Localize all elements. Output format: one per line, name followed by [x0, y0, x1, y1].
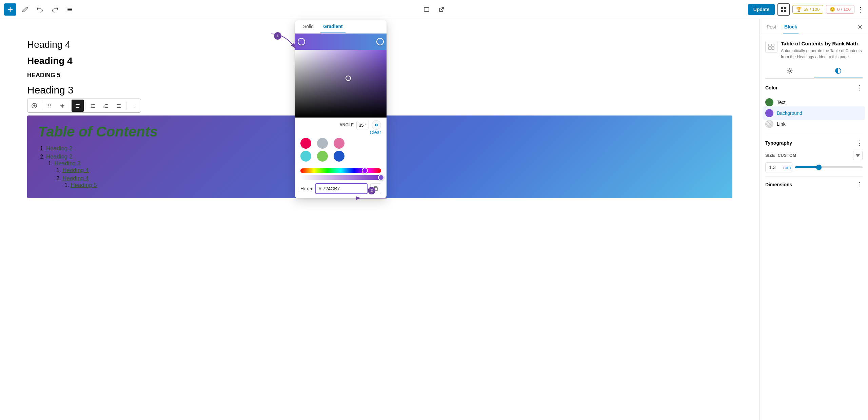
angle-input-box[interactable]: 35 ° [356, 121, 369, 129]
svg-rect-15 [76, 104, 80, 105]
toc-link[interactable]: Heading 4 [62, 167, 89, 173]
external-link-button[interactable] [435, 3, 448, 16]
angle-indicator [375, 124, 378, 126]
toolbar-center-align-button[interactable] [113, 100, 125, 112]
toolbar-more-button[interactable]: ⋮ [128, 100, 140, 112]
undo-button[interactable] [34, 3, 46, 16]
saturation-handle[interactable] [346, 76, 351, 81]
background-color-label: Background [777, 110, 802, 116]
svg-text:3.: 3. [103, 106, 105, 108]
sidebar-tabs: Post Block ✕ [760, 19, 868, 35]
list-view-button[interactable] [64, 3, 76, 16]
list-item: Heading 4 Heading 5 [62, 175, 722, 189]
alpha-slider[interactable] [300, 175, 381, 180]
hex-input-box: # [315, 183, 368, 194]
sidebar-close-button[interactable]: ✕ [857, 23, 863, 31]
swatch-pink[interactable] [334, 138, 344, 149]
swatch-blue[interactable] [334, 151, 344, 162]
svg-rect-21 [92, 106, 95, 106]
hex-input[interactable] [323, 186, 350, 191]
toolbar-divider-2 [70, 102, 70, 110]
redo-button[interactable] [49, 3, 61, 16]
update-button[interactable]: Update [748, 4, 775, 15]
topbar: Update 🏆 59 / 100 😊 0 / 100 ⋮ [0, 0, 868, 19]
swatch-gray[interactable] [317, 138, 328, 149]
settings-tabs [765, 64, 863, 79]
plugin-desc: Automatically generate the Table of Cont… [781, 48, 863, 60]
tab-block[interactable]: Block [783, 20, 798, 34]
gradient-handle-right[interactable] [376, 38, 384, 45]
svg-rect-6 [781, 10, 783, 12]
size-slider-handle[interactable] [816, 165, 822, 170]
angle-circle-button[interactable] [372, 120, 381, 130]
toolbar-ordered-list-button[interactable]: 1.2.3. [100, 100, 112, 112]
tab-post[interactable]: Post [765, 20, 777, 34]
plugin-header: Table of Contents by Rank Math Automatic… [765, 41, 863, 60]
link-color-dot [765, 120, 773, 128]
gradient-handle-left[interactable] [298, 38, 305, 45]
size-slider-track[interactable] [795, 166, 863, 168]
cp-tab-solid[interactable]: Solid [300, 20, 316, 33]
toolbar-move-button[interactable] [56, 100, 68, 112]
topbar-right: Update 🏆 59 / 100 😊 0 / 100 ⋮ [450, 3, 864, 16]
cp-clear-button[interactable]: Clear [370, 130, 381, 135]
toc-link[interactable]: Heading 4 [62, 175, 89, 182]
svg-rect-2 [67, 10, 72, 11]
seo-score-badge[interactable]: 🏆 59 / 100 [792, 5, 823, 14]
angle-label: ANGLE [339, 123, 354, 127]
add-block-button[interactable] [4, 3, 16, 16]
toc-link[interactable]: Heading 3 [54, 160, 81, 167]
settings-tab-gear[interactable] [765, 64, 814, 78]
hue-handle[interactable] [362, 168, 368, 174]
settings-tab-contrast[interactable] [814, 64, 863, 78]
cp-tab-gradient[interactable]: Gradient [320, 20, 346, 33]
typography-section-menu[interactable]: ⋮ [856, 139, 863, 147]
alpha-handle[interactable] [378, 174, 384, 181]
cp-clear-row: Clear [295, 130, 387, 138]
size-input[interactable] [769, 165, 781, 170]
hex-format-selector[interactable]: Hex ▾ [300, 186, 313, 191]
preview-button[interactable] [420, 3, 433, 16]
readability-score-badge[interactable]: 😊 0 / 100 [826, 5, 854, 14]
color-row-link[interactable]: Link [765, 117, 863, 131]
toolbar-transform-button[interactable] [28, 100, 40, 112]
svg-rect-0 [67, 8, 72, 8]
toc-link[interactable]: Heading 5 [71, 182, 97, 188]
svg-point-22 [91, 107, 92, 108]
svg-rect-3 [424, 7, 429, 12]
typography-section-header: Typography ⋮ [765, 139, 863, 147]
toolbar-list-button[interactable] [87, 100, 99, 112]
plugin-title: Table of Contents by Rank Math [781, 41, 863, 46]
swatch-red[interactable] [300, 138, 311, 149]
size-unit: rem [783, 165, 791, 170]
svg-rect-4 [781, 7, 783, 9]
page-wrapper: Update 🏆 59 / 100 😊 0 / 100 ⋮ Heading 4 … [0, 0, 868, 420]
overflow-menu-button[interactable]: ⋮ [857, 5, 864, 14]
block-view-button[interactable] [777, 3, 790, 16]
color-swatches [295, 138, 387, 165]
toc-link[interactable]: Heading 2 [46, 145, 73, 152]
list-item: Heading 5 [71, 182, 722, 189]
hex-label: Hex [300, 186, 309, 191]
hue-slider[interactable] [300, 168, 381, 173]
dimensions-section-menu[interactable]: ⋮ [856, 181, 863, 188]
svg-point-18 [91, 104, 92, 105]
toc-link[interactable]: Heading 2 [46, 153, 73, 160]
svg-rect-27 [105, 106, 108, 106]
size-settings-button[interactable] [853, 151, 863, 160]
annotation-1: 1 [274, 32, 281, 40]
list-item: Heading 3 Heading 4 Heading 4 Heading 5 [54, 160, 722, 189]
color-section-label: Color [765, 85, 778, 90]
svg-rect-36 [769, 47, 771, 49]
edit-icon[interactable] [19, 3, 31, 16]
degree-symbol: ° [365, 123, 367, 127]
seo-score-value: 59 / 100 [804, 7, 820, 12]
dimensions-section-header: Dimensions ⋮ [765, 181, 863, 188]
color-section-menu[interactable]: ⋮ [856, 84, 863, 91]
toolbar-align-button[interactable] [72, 100, 84, 112]
swatch-green[interactable] [317, 151, 328, 162]
saturation-picker[interactable] [295, 50, 387, 118]
svg-rect-25 [105, 104, 108, 105]
toolbar-drag-button[interactable] [43, 100, 56, 112]
swatch-teal[interactable] [300, 151, 311, 162]
